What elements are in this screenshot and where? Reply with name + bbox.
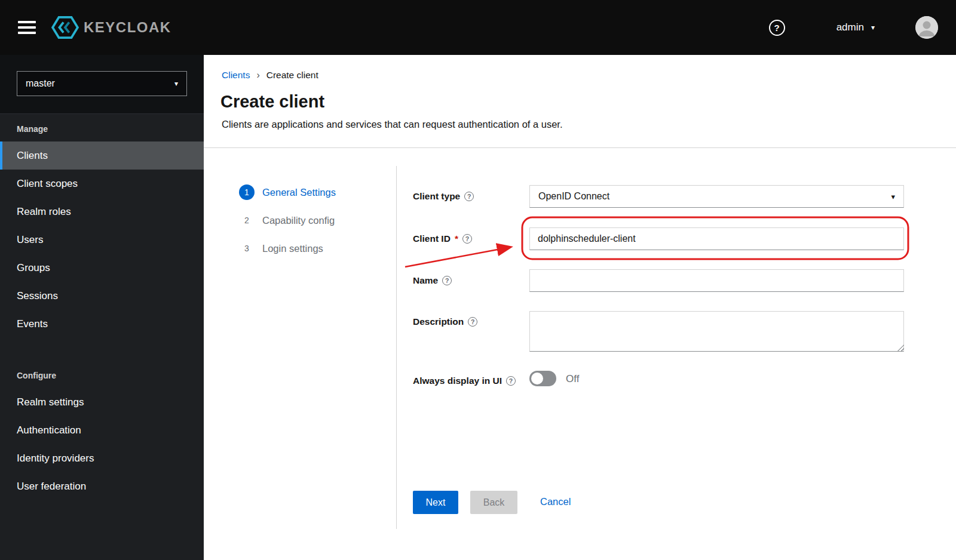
name-label: Name	[413, 275, 438, 286]
sidebar-item-groups[interactable]: Groups	[0, 254, 204, 282]
chevron-down-icon: ▾	[891, 192, 895, 201]
client-type-select[interactable]: OpenID Connect ▾	[529, 185, 904, 208]
sidebar-item-events[interactable]: Events	[0, 310, 204, 338]
breadcrumb: Clients › Create client	[222, 70, 318, 81]
nav-section-title-manage: Manage	[0, 114, 204, 141]
sidebar-item-client-scopes[interactable]: Client scopes	[0, 170, 204, 198]
help-icon[interactable]: ?	[506, 376, 516, 386]
main-content: Clients › Create client Create client Cl…	[204, 55, 956, 560]
user-menu-label: admin	[836, 21, 864, 33]
user-menu[interactable]: admin ▾	[836, 21, 875, 33]
wizard-form-divider	[396, 166, 397, 529]
wizard-step-number: 1	[239, 184, 255, 200]
client-id-label-row: Client ID * ?	[413, 233, 472, 244]
name-input[interactable]	[529, 269, 904, 292]
hamburger-menu-icon[interactable]	[18, 21, 36, 34]
wizard-step-label: Login settings	[262, 243, 323, 254]
realm-selector[interactable]: master ▾	[17, 71, 187, 96]
description-label-row: Description ?	[413, 316, 477, 327]
always-display-label-row: Always display in UI ?	[413, 376, 516, 386]
keycloak-logo: KEYCLOAK	[51, 16, 171, 39]
help-icon[interactable]: ?	[462, 234, 472, 244]
wizard-step-login-settings[interactable]: 3 Login settings	[239, 241, 336, 256]
wizard-step-label: Capability config	[262, 215, 335, 226]
sidebar-item-realm-settings[interactable]: Realm settings	[0, 388, 204, 416]
sidebar: master ▾ Manage Clients Client scopes Re…	[0, 55, 204, 560]
wizard-step-number: 2	[239, 213, 255, 228]
breadcrumb-link-clients[interactable]: Clients	[222, 70, 250, 81]
name-label-row: Name ?	[413, 275, 452, 286]
help-icon[interactable]: ?	[464, 192, 474, 201]
back-button[interactable]: Back	[470, 491, 517, 514]
top-header-bar: KEYCLOAK ? admin ▾	[0, 0, 956, 55]
avatar-person-icon	[915, 16, 938, 39]
chevron-down-icon: ▾	[174, 79, 178, 88]
sidebar-item-users[interactable]: Users	[0, 226, 204, 254]
next-button[interactable]: Next	[413, 491, 458, 514]
help-icon[interactable]: ?	[468, 317, 477, 327]
nav-section-configure: Configure Realm settings Authentication …	[0, 361, 204, 500]
page-subtitle: Clients are applications and services th…	[222, 119, 563, 130]
realm-selector-area: master ▾	[0, 55, 204, 114]
sidebar-item-sessions[interactable]: Sessions	[0, 282, 204, 310]
keycloak-admin-console: KEYCLOAK ? admin ▾ master ▾	[0, 0, 956, 560]
sidebar-item-clients[interactable]: Clients	[0, 141, 204, 170]
required-asterisk: *	[455, 233, 458, 244]
chevron-down-icon: ▾	[871, 24, 875, 31]
sidebar-item-realm-roles[interactable]: Realm roles	[0, 198, 204, 226]
client-type-label: Client type	[413, 191, 460, 202]
toggle-knob	[531, 373, 543, 384]
always-display-toggle[interactable]	[529, 371, 556, 386]
wizard-step-capability-config[interactable]: 2 Capability config	[239, 213, 336, 228]
client-id-label: Client ID	[413, 233, 451, 244]
realm-selector-value: master	[26, 78, 55, 89]
always-display-state: Off	[566, 373, 579, 385]
wizard-steps: 1 General Settings 2 Capability config 3…	[239, 184, 336, 269]
breadcrumb-current: Create client	[266, 70, 318, 81]
header-right-group: ? admin ▾	[769, 16, 938, 39]
client-type-selected-value: OpenID Connect	[538, 191, 609, 202]
client-id-input[interactable]	[529, 227, 904, 250]
help-icon[interactable]: ?	[769, 20, 785, 36]
wizard-step-label: General Settings	[262, 187, 336, 198]
description-label: Description	[413, 316, 464, 327]
nav-section-title-configure: Configure	[0, 361, 204, 388]
sidebar-item-user-federation[interactable]: User federation	[0, 472, 204, 500]
avatar[interactable]	[915, 16, 938, 39]
page-title: Create client	[220, 92, 324, 112]
sidebar-item-identity-providers[interactable]: Identity providers	[0, 444, 204, 472]
cancel-button[interactable]: Cancel	[540, 496, 571, 507]
wizard-step-general-settings[interactable]: 1 General Settings	[239, 184, 336, 200]
client-type-label-row: Client type ?	[413, 191, 474, 202]
description-textarea[interactable]	[529, 311, 904, 352]
section-divider	[204, 147, 956, 148]
keycloak-logo-icon	[51, 16, 79, 39]
wizard-step-number: 3	[239, 241, 255, 256]
help-icon[interactable]: ?	[442, 276, 452, 285]
always-display-label: Always display in UI	[413, 376, 502, 386]
nav-section-manage: Manage Clients Client scopes Realm roles…	[0, 114, 204, 338]
chevron-right-icon: ›	[256, 70, 259, 81]
sidebar-item-authentication[interactable]: Authentication	[0, 416, 204, 444]
keycloak-wordmark: KEYCLOAK	[84, 19, 171, 36]
